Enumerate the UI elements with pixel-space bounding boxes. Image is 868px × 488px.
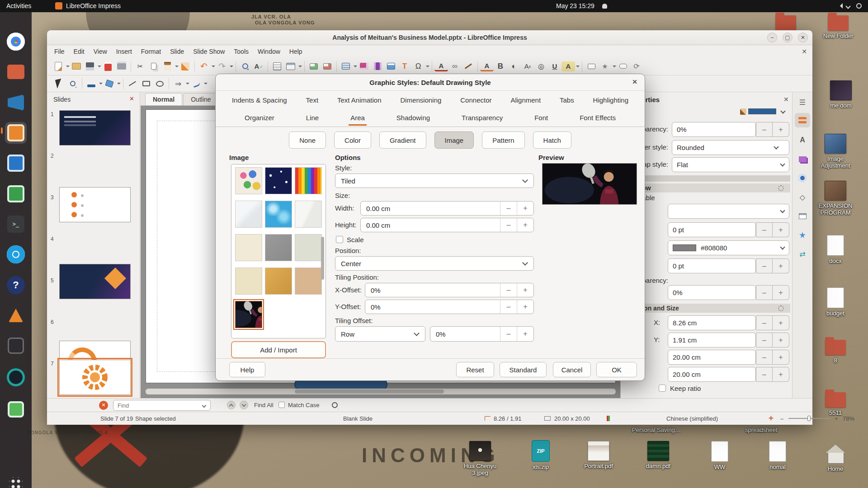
styles-deck-icon[interactable]: A bbox=[795, 133, 810, 147]
curve-icon[interactable] bbox=[189, 77, 203, 90]
fill-image-button-active[interactable]: Image bbox=[434, 131, 474, 149]
desktop-item-home[interactable]: Home bbox=[814, 446, 857, 472]
fill-hatch-button[interactable]: Hatch bbox=[533, 131, 571, 149]
position-x-field[interactable]: 8.26 cm bbox=[668, 315, 756, 330]
minus-stepper[interactable]: – bbox=[756, 122, 773, 137]
height-minus-stepper[interactable]: – bbox=[500, 218, 517, 232]
focused-app-name[interactable]: LibreOffice Impress bbox=[66, 2, 121, 9]
reset-button[interactable]: Reset bbox=[456, 362, 494, 377]
x-offset-minus-stepper[interactable]: – bbox=[500, 283, 517, 297]
export-pdf-icon[interactable] bbox=[101, 60, 115, 73]
insert-media-icon[interactable] bbox=[371, 60, 384, 73]
thumbnail-gray-concrete[interactable] bbox=[265, 234, 292, 261]
sidebar-close-icon[interactable]: ✕ bbox=[783, 96, 789, 103]
plus-stepper[interactable]: + bbox=[773, 285, 789, 300]
desktop-item-xls-zip[interactable]: ZIP xls.zip bbox=[519, 440, 562, 470]
cancel-button[interactable]: Cancel bbox=[553, 362, 591, 377]
tab-tabs[interactable]: Tabs bbox=[557, 92, 577, 108]
basic-shape-icon[interactable] bbox=[585, 60, 598, 73]
plus-stepper[interactable]: + bbox=[773, 258, 789, 273]
fill-gradient-button[interactable]: Gradient bbox=[379, 131, 426, 149]
menu-insert[interactable]: Insert bbox=[112, 47, 137, 56]
undo-icon[interactable]: ↶ bbox=[197, 60, 211, 73]
horizontal-scrollbar-thumb[interactable] bbox=[295, 389, 444, 394]
image-gallery[interactable] bbox=[231, 164, 326, 338]
save-icon[interactable] bbox=[83, 60, 97, 73]
y-offset-plus-stepper[interactable]: + bbox=[517, 300, 533, 314]
position-dropdown[interactable]: Center bbox=[335, 256, 534, 271]
thumbnail-watercolor-flowers[interactable] bbox=[235, 167, 262, 194]
menu-file[interactable]: File bbox=[50, 47, 69, 56]
clock[interactable]: May 23 15:29 bbox=[556, 2, 594, 9]
insert-textbox-icon[interactable]: T bbox=[398, 60, 411, 73]
activities-button[interactable]: Activities bbox=[6, 2, 31, 9]
star-shape-icon[interactable]: ★ bbox=[598, 60, 612, 73]
tab-transparency[interactable]: Transparency bbox=[459, 110, 505, 126]
zoom-icon[interactable] bbox=[66, 77, 80, 90]
width-plus-stepper[interactable]: + bbox=[517, 202, 533, 215]
fill-color-dropdown-icon[interactable] bbox=[117, 83, 121, 86]
plus-stepper[interactable]: + bbox=[773, 367, 789, 382]
tray-chevron-icon[interactable] bbox=[845, 4, 850, 9]
tiling-offset-value-field[interactable]: 0%–+ bbox=[430, 326, 534, 342]
new-dropdown-icon[interactable] bbox=[66, 66, 70, 69]
new-slide-icon[interactable] bbox=[307, 60, 321, 73]
y-offset-minus-stepper[interactable]: – bbox=[500, 300, 517, 314]
menu-help[interactable]: Help bbox=[285, 47, 307, 56]
x-offset-field[interactable]: 0%–+ bbox=[365, 283, 534, 297]
dock-writer-icon[interactable] bbox=[5, 152, 27, 174]
minus-stepper[interactable]: – bbox=[756, 285, 773, 300]
close-find-bar-icon[interactable]: ✕ bbox=[99, 401, 108, 410]
paste-icon[interactable] bbox=[160, 60, 174, 73]
rotate-icon[interactable]: ⟳ bbox=[630, 60, 643, 73]
copy-icon[interactable] bbox=[147, 60, 160, 73]
tab-alignment[interactable]: Alignment bbox=[508, 92, 543, 108]
dock-help-icon[interactable]: ? bbox=[5, 274, 27, 296]
desktop-item-nomal[interactable]: nomal bbox=[756, 441, 799, 470]
thumbnail-badminton-player-selected[interactable] bbox=[235, 301, 262, 328]
dock-chrome-icon[interactable] bbox=[5, 31, 27, 52]
tiling-offset-plus-stepper[interactable]: + bbox=[517, 327, 533, 341]
style-dropdown[interactable]: Tiled bbox=[335, 174, 534, 188]
duplicate-slide-icon[interactable] bbox=[321, 60, 334, 73]
desktop-item-expansion-program[interactable]: EXPANSION PROGRAM bbox=[814, 181, 857, 216]
height-field[interactable]: 0.00 cm–+ bbox=[360, 218, 534, 232]
desktop-item-budget[interactable]: budget bbox=[814, 287, 857, 317]
desktop-item-image-adjustment[interactable]: Image Adjustment bbox=[814, 134, 857, 169]
shadow-color-dropdown[interactable]: #808080 bbox=[668, 240, 789, 255]
add-import-button[interactable]: Add / Import bbox=[231, 341, 326, 358]
find-input[interactable] bbox=[113, 400, 211, 411]
tab-highlighting[interactable]: Highlighting bbox=[590, 92, 631, 108]
size-height-field[interactable]: 20.00 cm bbox=[668, 367, 756, 382]
save-dropdown-icon[interactable] bbox=[98, 66, 101, 69]
dock-files-icon[interactable] bbox=[5, 61, 27, 83]
menu-tools[interactable]: Tools bbox=[229, 47, 253, 56]
special-character-icon[interactable]: Ω bbox=[411, 60, 425, 73]
minimize-button[interactable]: – bbox=[767, 33, 777, 42]
thumbnail-light-parchment[interactable] bbox=[235, 267, 262, 295]
volume-icon[interactable] bbox=[837, 3, 843, 9]
tiling-offset-minus-stepper[interactable]: – bbox=[500, 327, 517, 341]
redo-dropdown-icon[interactable] bbox=[230, 66, 233, 69]
menu-view[interactable]: View bbox=[89, 47, 112, 56]
unsaved-changes-icon[interactable] bbox=[607, 416, 610, 421]
thumbnail-golden-paper[interactable] bbox=[265, 267, 292, 295]
display-grid-icon[interactable] bbox=[270, 60, 284, 73]
shadow-blur-field[interactable]: 0 pt bbox=[668, 258, 756, 273]
zoom-in-icon[interactable]: + bbox=[835, 415, 838, 422]
character-a-icon[interactable]: Ax bbox=[521, 60, 534, 73]
tab-text-animation[interactable]: Text Animation bbox=[335, 92, 384, 108]
animation-deck-icon[interactable] bbox=[795, 228, 810, 242]
zoom-slider-knob[interactable] bbox=[807, 416, 811, 421]
dock-skype-icon[interactable] bbox=[5, 244, 27, 265]
help-button[interactable]: Help bbox=[229, 362, 265, 377]
desktop-item-5511[interactable]: 5511 bbox=[814, 392, 857, 416]
slide-layout-status[interactable]: Blank Slide bbox=[343, 415, 373, 422]
object-size-status[interactable]: 20.00 x 20.00 bbox=[554, 415, 590, 422]
dialog-close-icon[interactable]: ✕ bbox=[632, 78, 637, 85]
character-underline-orange-icon[interactable]: A bbox=[480, 61, 494, 71]
slide-number-status[interactable]: Slide 7 of 19 bbox=[100, 415, 133, 422]
shadow-section-header[interactable]: Shadow bbox=[622, 183, 790, 192]
thumbnail-white-marble[interactable] bbox=[295, 201, 322, 228]
line-transparency-field[interactable]: 0% bbox=[672, 122, 756, 137]
